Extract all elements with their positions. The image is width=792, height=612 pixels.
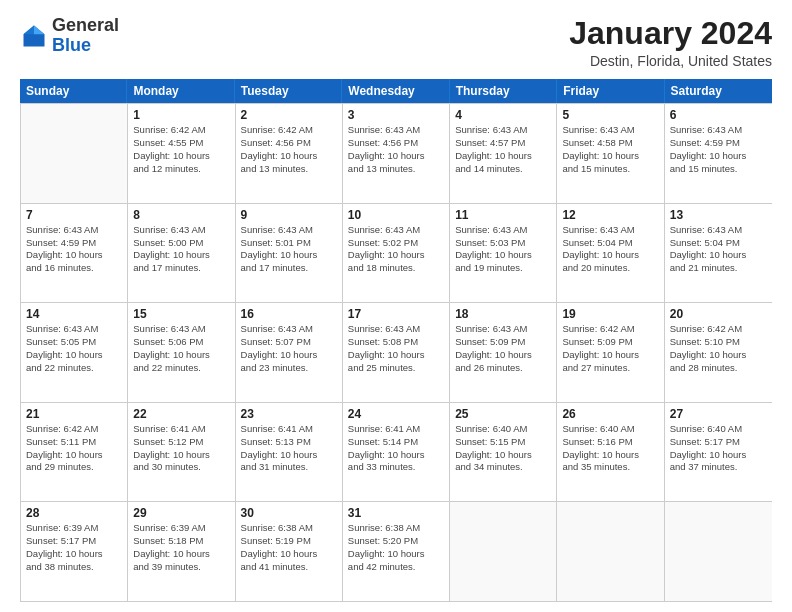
cell-line: Sunrise: 6:43 AM [241,224,337,237]
logo: General Blue [20,16,119,56]
cell-line: Sunrise: 6:43 AM [348,323,444,336]
table-row: 16Sunrise: 6:43 AMSunset: 5:07 PMDayligh… [236,303,343,402]
cell-line: Sunrise: 6:40 AM [562,423,658,436]
header-day-tuesday: Tuesday [235,79,342,103]
cell-line: Sunset: 5:17 PM [670,436,767,449]
day-number: 26 [562,407,658,421]
day-number: 15 [133,307,229,321]
cell-line: Daylight: 10 hours [348,548,444,561]
day-number: 6 [670,108,767,122]
table-row: 11Sunrise: 6:43 AMSunset: 5:03 PMDayligh… [450,204,557,303]
cell-line: Daylight: 10 hours [670,449,767,462]
calendar-week-1: 1Sunrise: 6:42 AMSunset: 4:55 PMDaylight… [21,104,772,204]
day-number: 21 [26,407,122,421]
cell-line: Daylight: 10 hours [26,249,122,262]
cell-line: Sunset: 5:08 PM [348,336,444,349]
cell-line: Sunrise: 6:43 AM [26,224,122,237]
title-block: January 2024 Destin, Florida, United Sta… [569,16,772,69]
table-row: 3Sunrise: 6:43 AMSunset: 4:56 PMDaylight… [343,104,450,203]
table-row: 21Sunrise: 6:42 AMSunset: 5:11 PMDayligh… [21,403,128,502]
cell-line: and 30 minutes. [133,461,229,474]
day-number: 24 [348,407,444,421]
cell-line: and 28 minutes. [670,362,767,375]
table-row: 4Sunrise: 6:43 AMSunset: 4:57 PMDaylight… [450,104,557,203]
table-row: 12Sunrise: 6:43 AMSunset: 5:04 PMDayligh… [557,204,664,303]
cell-line: Daylight: 10 hours [241,548,337,561]
cell-line: Daylight: 10 hours [562,349,658,362]
cell-line: Daylight: 10 hours [133,349,229,362]
cell-line: Sunset: 4:59 PM [26,237,122,250]
cell-line: Daylight: 10 hours [26,548,122,561]
header-day-monday: Monday [127,79,234,103]
table-row: 22Sunrise: 6:41 AMSunset: 5:12 PMDayligh… [128,403,235,502]
day-number: 20 [670,307,767,321]
cell-line: Sunset: 5:10 PM [670,336,767,349]
cell-line: and 29 minutes. [26,461,122,474]
cell-line: Sunset: 5:02 PM [348,237,444,250]
cell-line: and 17 minutes. [133,262,229,275]
day-number: 9 [241,208,337,222]
day-number: 8 [133,208,229,222]
day-number: 28 [26,506,122,520]
cell-line: Sunset: 5:00 PM [133,237,229,250]
cell-line: and 15 minutes. [562,163,658,176]
cell-line: Sunrise: 6:40 AM [455,423,551,436]
cell-line: Daylight: 10 hours [455,449,551,462]
cell-line: and 33 minutes. [348,461,444,474]
cell-line: Daylight: 10 hours [562,449,658,462]
table-row [665,502,772,601]
cell-line: Sunrise: 6:42 AM [133,124,229,137]
cell-line: Daylight: 10 hours [241,150,337,163]
header-day-wednesday: Wednesday [342,79,449,103]
cell-line: and 35 minutes. [562,461,658,474]
cell-line: Sunset: 5:06 PM [133,336,229,349]
cell-line: and 19 minutes. [455,262,551,275]
cell-line: Daylight: 10 hours [26,449,122,462]
day-number: 23 [241,407,337,421]
header-day-friday: Friday [557,79,664,103]
logo-text: General Blue [52,16,119,56]
cell-line: Sunset: 5:19 PM [241,535,337,548]
table-row: 24Sunrise: 6:41 AMSunset: 5:14 PMDayligh… [343,403,450,502]
cell-line: Sunrise: 6:42 AM [670,323,767,336]
cell-line: Sunset: 5:18 PM [133,535,229,548]
logo-general: General [52,15,119,35]
day-number: 14 [26,307,122,321]
table-row: 2Sunrise: 6:42 AMSunset: 4:56 PMDaylight… [236,104,343,203]
cell-line: Sunset: 5:16 PM [562,436,658,449]
table-row: 23Sunrise: 6:41 AMSunset: 5:13 PMDayligh… [236,403,343,502]
table-row: 13Sunrise: 6:43 AMSunset: 5:04 PMDayligh… [665,204,772,303]
cell-line: Sunrise: 6:42 AM [241,124,337,137]
cell-line: Sunrise: 6:43 AM [26,323,122,336]
cell-line: and 16 minutes. [26,262,122,275]
cell-line: Sunset: 4:56 PM [348,137,444,150]
svg-marker-1 [34,25,45,34]
table-row: 18Sunrise: 6:43 AMSunset: 5:09 PMDayligh… [450,303,557,402]
day-number: 1 [133,108,229,122]
table-row: 15Sunrise: 6:43 AMSunset: 5:06 PMDayligh… [128,303,235,402]
cell-line: Sunset: 5:14 PM [348,436,444,449]
cell-line: and 13 minutes. [241,163,337,176]
cell-line: and 34 minutes. [455,461,551,474]
cell-line: Sunrise: 6:41 AM [348,423,444,436]
calendar-week-2: 7Sunrise: 6:43 AMSunset: 4:59 PMDaylight… [21,204,772,304]
table-row: 19Sunrise: 6:42 AMSunset: 5:09 PMDayligh… [557,303,664,402]
cell-line: and 21 minutes. [670,262,767,275]
day-number: 11 [455,208,551,222]
table-row [450,502,557,601]
calendar-week-3: 14Sunrise: 6:43 AMSunset: 5:05 PMDayligh… [21,303,772,403]
cell-line: Sunrise: 6:43 AM [348,124,444,137]
cell-line: and 39 minutes. [133,561,229,574]
table-row: 7Sunrise: 6:43 AMSunset: 4:59 PMDaylight… [21,204,128,303]
cell-line: Sunrise: 6:43 AM [455,124,551,137]
cell-line: Daylight: 10 hours [241,449,337,462]
calendar-week-4: 21Sunrise: 6:42 AMSunset: 5:11 PMDayligh… [21,403,772,503]
header-day-thursday: Thursday [450,79,557,103]
cell-line: and 22 minutes. [26,362,122,375]
cell-line: Sunrise: 6:42 AM [562,323,658,336]
header: General Blue January 2024 Destin, Florid… [20,16,772,69]
cell-line: Sunset: 5:04 PM [562,237,658,250]
cell-line: Sunrise: 6:43 AM [670,224,767,237]
cell-line: Sunset: 4:57 PM [455,137,551,150]
cell-line: and 26 minutes. [455,362,551,375]
